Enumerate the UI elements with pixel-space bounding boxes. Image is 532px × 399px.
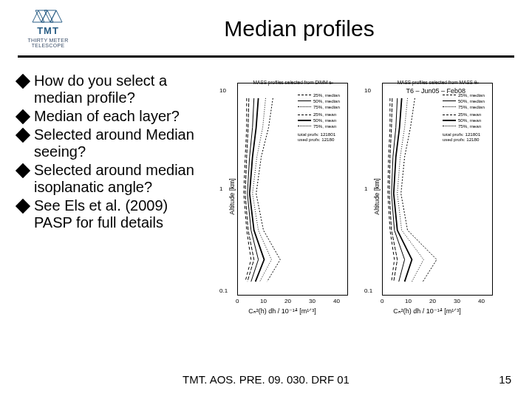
legend-label: 50%, mean [458, 117, 481, 123]
legend-swatch-icon [298, 95, 311, 95]
slide-header: TMT THIRTY METER TELESCOPE Median profil… [0, 0, 532, 48]
x-tick: 40 [333, 298, 340, 304]
legend-item: 50%, median [443, 98, 485, 104]
legend-item: 75%, mean [298, 123, 340, 129]
legend-swatch-icon [443, 95, 456, 95]
legend-label: 25%, median [458, 92, 485, 98]
bullet-item: Median of each layer? [18, 108, 195, 125]
y-axis-label: Altitude [km] [373, 178, 381, 215]
y-tick: 0.1 [219, 287, 228, 294]
x-tick: 0 [381, 298, 383, 304]
plot-legend: 25%, median 50%, median 75%, median 25%,… [298, 92, 340, 143]
legend-item: 75%, median [443, 104, 485, 110]
x-tick: 0 [236, 298, 239, 304]
legend-label: total profs: 121801 [298, 132, 335, 137]
bullet-item: Selected around median isoplanatic angle… [18, 162, 195, 196]
logo-acronym: TMT [37, 25, 59, 36]
legend-item: 25%, mean [443, 112, 485, 117]
plot-right: MASS profiles selected from MASS θ₀ Alti… [357, 78, 497, 315]
y-tick: 1 [219, 185, 222, 192]
legend-label: 25%, mean [313, 112, 336, 117]
bullet-item: Selected around Median seeing? [18, 126, 195, 160]
legend-label: 75%, median [458, 104, 485, 110]
bullet-list: How do you select a median profile? Medi… [18, 72, 195, 315]
plot-left: MASS profiles selected from DIMM ε₀ Alti… [212, 78, 352, 315]
slide: TMT THIRTY METER TELESCOPE Median profil… [0, 0, 532, 399]
legend-label: 25%, median [313, 92, 340, 98]
x-tick: 30 [454, 298, 460, 304]
legend-swatch-icon [298, 100, 311, 101]
legend-item: 75%, mean [443, 123, 485, 129]
legend-swatch-icon [443, 100, 456, 101]
tmt-logo-icon [28, 7, 68, 25]
x-tick: 30 [309, 298, 316, 304]
legend-label: 50%, mean [313, 117, 336, 123]
legend-swatch-icon [443, 115, 456, 115]
legend-label: 50%, median [313, 98, 340, 104]
legend-item: 50%, mean [443, 117, 485, 123]
legend-label: 25%, mean [458, 112, 481, 117]
legend-label: 75%, mean [313, 123, 336, 129]
y-tick: 1 [364, 185, 367, 192]
legend-swatch-icon [443, 126, 456, 126]
plot-legend: 25%, median 50%, median 75%, median 25%,… [443, 92, 485, 143]
legend-item: 25%, median [298, 92, 340, 98]
legend-item: 50%, mean [298, 117, 340, 123]
plot-axes: 25%, median 50%, median 75%, median 25%,… [237, 83, 348, 296]
x-tick: 40 [478, 298, 485, 304]
plot-axes: 25%, median 50%, median 75%, median 25%,… [382, 83, 493, 296]
page-number: 15 [499, 373, 511, 386]
legend-swatch-icon [298, 106, 311, 107]
y-tick: 0.1 [364, 287, 372, 294]
legend-label: 50%, median [458, 98, 485, 104]
slide-title: Median profiles [81, 7, 517, 41]
legend-item: total profs: 121801 [443, 132, 485, 137]
legend-label: 75%, mean [458, 123, 481, 129]
legend-swatch-icon [443, 120, 456, 121]
legend-item: 25%, median [443, 92, 485, 98]
footer-text: TMT. AOS. PRE. 09. 030. DRF 01 [0, 373, 532, 386]
plot-panel: T6 – Jun05 – Feb08 MASS profiles selecte… [195, 72, 514, 315]
bullet-item: How do you select a median profile? [18, 72, 195, 106]
legend-swatch-icon [443, 106, 456, 107]
legend-item: used profs: 12180 [298, 137, 340, 143]
y-tick: 10 [219, 87, 226, 94]
legend-item: total profs: 121801 [298, 132, 340, 137]
bullet-item: See Els et al. (2009) PASP for full deta… [18, 197, 195, 231]
legend-label: used profs: 12180 [298, 137, 335, 143]
x-tick: 10 [405, 298, 412, 304]
legend-item: 75%, median [298, 104, 340, 110]
legend-label: total profs: 121801 [443, 132, 480, 137]
legend-label: used profs: 12180 [443, 137, 480, 143]
legend-swatch-icon [298, 120, 311, 121]
legend-swatch-icon [298, 126, 311, 126]
x-tick: 20 [284, 298, 291, 304]
tmt-logo: TMT THIRTY METER TELESCOPE [15, 7, 81, 48]
legend-item: 25%, mean [298, 112, 340, 117]
x-axis-label: Cₙ²(h) dh / 10⁻¹⁴ [m¹ᐟ³] [357, 307, 497, 315]
y-axis-label: Altitude [km] [228, 178, 236, 215]
y-tick: 10 [364, 87, 371, 94]
x-axis-label: Cₙ²(h) dh / 10⁻¹⁴ [m¹ᐟ³] [212, 307, 352, 315]
slide-body: How do you select a median profile? Medi… [0, 58, 532, 315]
legend-swatch-icon [298, 115, 311, 115]
x-tick: 20 [429, 298, 436, 304]
logo-subtitle: THIRTY METER TELESCOPE [15, 38, 81, 48]
legend-item: used profs: 12180 [443, 137, 485, 143]
x-tick: 10 [260, 298, 267, 304]
legend-item: 50%, median [298, 98, 340, 104]
legend-label: 75%, median [313, 104, 340, 110]
